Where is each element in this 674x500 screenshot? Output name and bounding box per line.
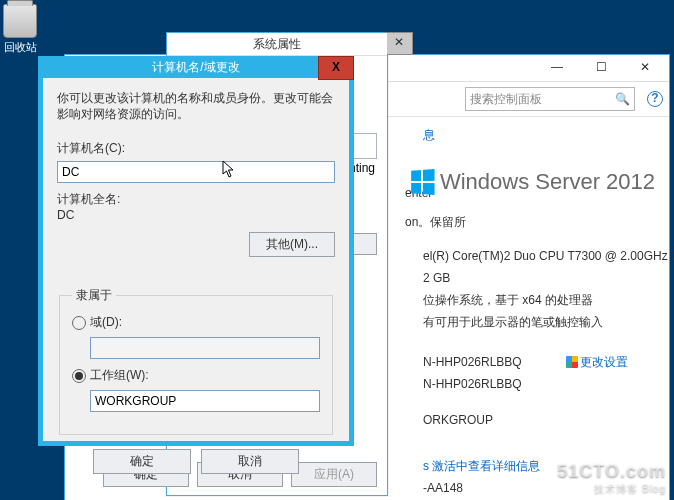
- search-placeholder: 搜索控制面板: [470, 91, 542, 108]
- rename-titlebar[interactable]: 计算机名/域更改 X: [38, 56, 354, 78]
- rename-close-button[interactable]: X: [318, 56, 354, 80]
- windows-logo-icon: [411, 169, 434, 195]
- spec-name2: N-HHP026RLBBQ: [423, 373, 674, 395]
- txt-reserved: on。保留所: [405, 214, 655, 231]
- computer-name-label: 计算机名(C):: [57, 140, 335, 157]
- other-button[interactable]: 其他(M)...: [249, 232, 335, 257]
- rename-cancel-button[interactable]: 取消: [201, 449, 299, 474]
- search-input[interactable]: 搜索控制面板 🔍: [465, 87, 635, 111]
- search-icon: 🔍: [615, 92, 630, 106]
- maximize-button[interactable]: ☐: [579, 58, 623, 78]
- product-year: 2012: [606, 169, 655, 195]
- change-settings-link[interactable]: 更改设置: [566, 351, 628, 373]
- rename-title: 计算机名/域更改: [152, 60, 239, 74]
- recycle-bin-icon: [3, 4, 37, 38]
- full-name-label: 计算机全名:: [57, 191, 335, 208]
- workgroup-input[interactable]: [90, 390, 320, 412]
- workgroup-radio[interactable]: [72, 369, 86, 383]
- domain-input[interactable]: [90, 337, 320, 359]
- spec-pen: 有可用于此显示器的笔或触控输入: [423, 311, 674, 333]
- recycle-bin-label: 回收站: [0, 40, 40, 55]
- help-icon[interactable]: ?: [647, 91, 663, 107]
- rename-dialog: 计算机名/域更改 X 你可以更改该计算机的名称和成员身份。更改可能会影响对网络资…: [38, 56, 354, 446]
- watermark-sub: 技术博客 Blog: [557, 482, 666, 496]
- workgroup-label: 工作组(W):: [90, 367, 149, 384]
- member-of-fieldset: 隶属于 域(D): 工作组(W):: [59, 287, 333, 435]
- spec-cpu: el(R) Core(TM)2 Duo CPU T7300 @ 2.00GHz …: [423, 245, 674, 267]
- close-button[interactable]: ✕: [623, 58, 667, 78]
- spec-ram: 2 GB: [423, 267, 674, 289]
- rename-desc: 你可以更改该计算机的名称和成员身份。更改可能会影响对网络资源的访问。: [57, 90, 335, 122]
- watermark: 51CTO.com 技术博客 Blog: [557, 461, 666, 496]
- shield-icon: [566, 356, 578, 368]
- product-brand: Windows Server 2012: [410, 169, 655, 195]
- spec-name1: N-HHP026RLBBQ: [423, 351, 522, 373]
- watermark-brand: 51CTO.com: [557, 461, 666, 481]
- domain-label: 域(D):: [90, 314, 122, 331]
- full-name-value: DC: [57, 208, 335, 222]
- computer-name-input[interactable]: [57, 161, 335, 183]
- domain-radio[interactable]: [72, 316, 86, 330]
- recycle-bin[interactable]: 回收站: [0, 4, 40, 55]
- partial-link[interactable]: 息: [423, 127, 655, 144]
- sysprop-title[interactable]: 系统属性: [167, 33, 387, 56]
- rename-ok-button[interactable]: 确定: [93, 449, 191, 474]
- spec-os: 位操作系统，基于 x64 的处理器: [423, 289, 674, 311]
- product-name: Windows Server: [440, 169, 600, 195]
- minimize-button[interactable]: —: [535, 58, 579, 78]
- spec-wg: ORKGROUP: [423, 409, 674, 431]
- sysprop-close-button[interactable]: ✕: [385, 32, 413, 55]
- member-of-legend: 隶属于: [72, 287, 116, 304]
